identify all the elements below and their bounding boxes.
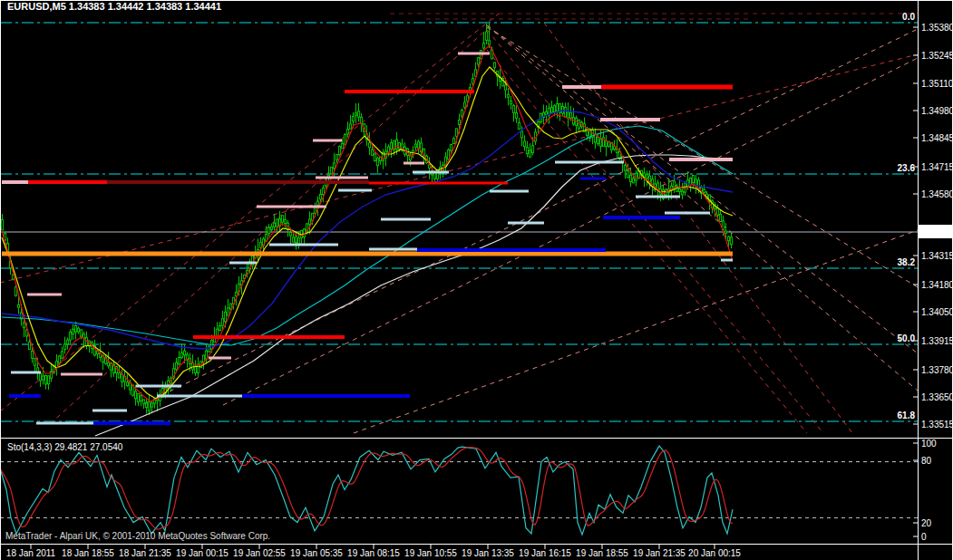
- svg-text:100: 100: [921, 439, 937, 449]
- svg-text:1.33650: 1.33650: [921, 392, 953, 402]
- svg-text:19 Jan 00:15: 19 Jan 00:15: [176, 548, 229, 558]
- svg-text:1.35380: 1.35380: [921, 23, 953, 33]
- mt4-chart-window: 1.353801.352451.351101.349801.348451.347…: [0, 0, 953, 560]
- time-axis: 18 Jan 201118 Jan 18:5518 Jan 21:3519 Ja…: [6, 544, 742, 558]
- svg-text:38.2: 38.2: [898, 257, 916, 267]
- price-axis: 1.353801.352451.351101.349801.348451.347…: [913, 23, 953, 430]
- svg-text:1.34980: 1.34980: [921, 106, 953, 116]
- svg-text:1.34180: 1.34180: [921, 280, 953, 290]
- svg-text:80: 80: [921, 456, 932, 466]
- chart-canvas[interactable]: 1.353801.352451.351101.349801.348451.347…: [0, 0, 953, 560]
- svg-text:50.0: 50.0: [898, 333, 916, 343]
- svg-text:1.33515: 1.33515: [921, 420, 953, 430]
- svg-text:19 Jan 02:55: 19 Jan 02:55: [233, 548, 286, 558]
- svg-text:0.0: 0.0: [902, 12, 915, 22]
- generated-chart-layers: 1.353801.352451.351101.349801.348451.347…: [0, 0, 953, 560]
- svg-text:0: 0: [921, 532, 927, 542]
- svg-text:61.8: 61.8: [898, 410, 916, 420]
- trendlines: [0, 14, 918, 433]
- svg-text:1.35110: 1.35110: [921, 79, 953, 89]
- svg-text:19 Jan 08:15: 19 Jan 08:15: [347, 548, 400, 558]
- fibonacci-levels: [0, 23, 918, 421]
- svg-text:19 Jan 10:55: 19 Jan 10:55: [404, 548, 457, 558]
- svg-text:20 Jan 00:15: 20 Jan 00:15: [688, 548, 741, 558]
- stochastic-scale: 10080200: [913, 439, 937, 542]
- svg-text:19 Jan 16:15: 19 Jan 16:15: [519, 548, 571, 558]
- candles: [1, 24, 732, 415]
- svg-text:18 Jan 2011: 18 Jan 2011: [6, 548, 56, 558]
- stochastic-label: Sto(14,3,3) 29.4821 27.0540: [7, 442, 123, 452]
- svg-text:19 Jan 18:55: 19 Jan 18:55: [576, 548, 628, 558]
- svg-text:1.34050: 1.34050: [921, 307, 953, 317]
- fib-labels: 0.023.638.250.061.8: [898, 12, 916, 420]
- svg-text:18 Jan 21:35: 18 Jan 21:35: [119, 548, 171, 558]
- svg-text:20: 20: [921, 518, 932, 528]
- svg-text:19 Jan 05:35: 19 Jan 05:35: [290, 548, 343, 558]
- svg-text:1.35245: 1.35245: [921, 51, 953, 61]
- copyright: MetaTrader - Alpari UK, © 2001-2010 Meta…: [5, 531, 270, 541]
- main-chart-area: [0, 14, 918, 436]
- svg-text:1.33780: 1.33780: [921, 365, 953, 375]
- stochastic-panel: [0, 446, 918, 535]
- svg-text:18 Jan 18:55: 18 Jan 18:55: [62, 548, 114, 558]
- svg-text:1.34580: 1.34580: [921, 189, 953, 199]
- current-price-tag: 1.34441: [921, 227, 953, 237]
- svg-text:1.34845: 1.34845: [921, 133, 953, 143]
- svg-text:1.34315: 1.34315: [921, 251, 953, 261]
- svg-text:19 Jan 21:35: 19 Jan 21:35: [633, 548, 686, 558]
- svg-text:19 Jan 13:35: 19 Jan 13:35: [462, 548, 514, 558]
- window-frame: [0, 0, 953, 560]
- svg-text:23.6: 23.6: [898, 163, 916, 173]
- ohlc-header: EURUSD,M5 1.34383 1.34442 1.34383 1.3444…: [7, 1, 221, 12]
- svg-text:1.34715: 1.34715: [921, 162, 953, 172]
- svg-text:1.33915: 1.33915: [921, 336, 953, 346]
